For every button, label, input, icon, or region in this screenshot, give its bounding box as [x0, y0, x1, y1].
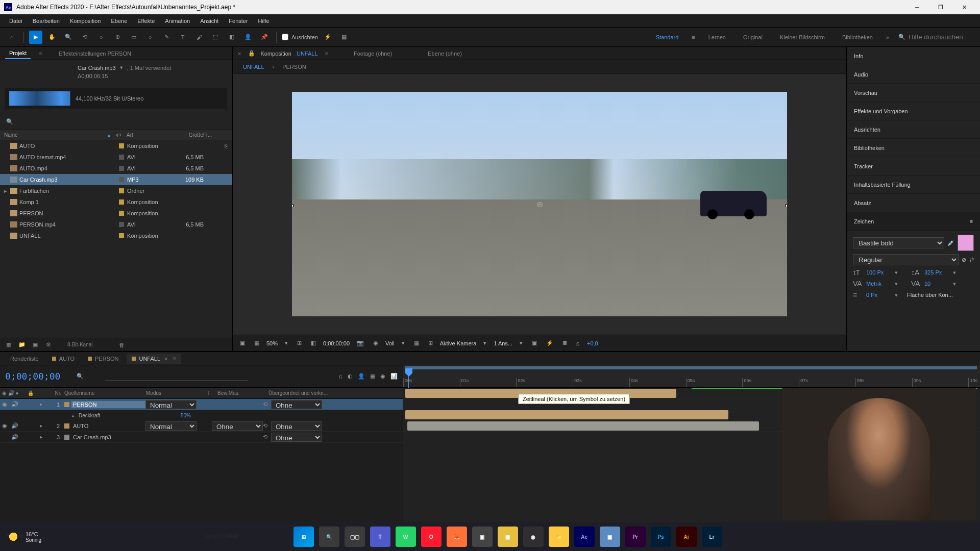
- viewer-timecode[interactable]: 0;00;00;00: [323, 340, 350, 346]
- asset-dropdown-icon[interactable]: ▾: [120, 64, 123, 71]
- bit-depth[interactable]: 8-Bit-Kanal: [67, 342, 92, 347]
- col-source-name[interactable]: Quellenname: [64, 390, 146, 396]
- comp-panel-menu-icon[interactable]: ≡: [325, 51, 328, 57]
- project-search-icon[interactable]: 🔍: [6, 118, 13, 125]
- task-view[interactable]: ▢▢: [345, 527, 365, 547]
- col-size[interactable]: Größe: [173, 132, 203, 138]
- timeline-tab-auto[interactable]: AUTO: [47, 354, 80, 364]
- panel-absatz[interactable]: Absatz: [847, 194, 980, 212]
- leading-value[interactable]: 325 Px: [924, 269, 950, 276]
- after-effects-app[interactable]: Ae: [574, 527, 595, 547]
- lightroom-app[interactable]: Lr: [702, 527, 722, 547]
- work-area-bar[interactable]: [405, 366, 977, 369]
- stroke-value[interactable]: 0 Px: [866, 292, 892, 298]
- col-type[interactable]: Art: [127, 132, 173, 138]
- delete-icon[interactable]: 🗑: [117, 340, 126, 349]
- menu-datei[interactable]: Datei: [4, 16, 28, 26]
- comp-tab-unfall[interactable]: UNFALL: [243, 64, 264, 70]
- brush-tool[interactable]: 🖌: [192, 31, 206, 44]
- menu-fenster[interactable]: Fenster: [224, 16, 253, 26]
- new-comp-icon[interactable]: ▣: [31, 340, 40, 349]
- comp-tab-person[interactable]: PERSON: [282, 64, 306, 70]
- explorer-app[interactable]: 📁: [549, 527, 569, 547]
- comp-header-name[interactable]: UNFALL: [297, 51, 318, 57]
- start-button[interactable]: ⊞: [293, 527, 314, 547]
- menu-komposition[interactable]: Komposition: [65, 16, 106, 26]
- font-family-select[interactable]: Bastile bold: [853, 237, 944, 248]
- project-panel-menu-icon[interactable]: ≡: [39, 51, 42, 57]
- firefox-app[interactable]: 🦊: [447, 527, 467, 547]
- channels-icon[interactable]: ◉: [371, 339, 380, 347]
- teams-app[interactable]: T: [370, 527, 390, 547]
- clone-tool[interactable]: ⬚: [209, 31, 222, 44]
- playhead[interactable]: [405, 368, 412, 377]
- taskbar-search[interactable]: 🔍: [319, 527, 339, 547]
- selection-tool[interactable]: ▶: [29, 31, 42, 44]
- exposure-value[interactable]: +0,0: [587, 340, 598, 346]
- workspace-original[interactable]: Original: [739, 32, 767, 42]
- time-ruler[interactable]: 00s01s02s03s04s05s06s07s08s09s10s: [403, 365, 980, 388]
- workspace-overflow-icon[interactable]: »: [886, 34, 889, 40]
- timeline-tab-unfall[interactable]: UNFALL×≡: [127, 354, 181, 364]
- grid-toggle-icon[interactable]: ▦: [412, 339, 421, 347]
- close-comp-icon[interactable]: ×: [238, 51, 241, 57]
- res-dropdown-icon[interactable]: ▾: [400, 339, 407, 347]
- menu-effekte[interactable]: Effekte: [132, 16, 160, 26]
- orbit-tool[interactable]: ⟲: [78, 31, 91, 44]
- col-label-icon[interactable]: 🏷: [116, 132, 127, 138]
- col-t[interactable]: T: [207, 390, 217, 396]
- project-item-farbfl-chen[interactable]: ▸ Farbflächen Ordner: [0, 185, 232, 196]
- camera-dropdown-icon[interactable]: ▾: [481, 339, 488, 347]
- project-item-person-mp4[interactable]: PERSON.mp4 AVI 6,5 MB: [0, 219, 232, 230]
- ellipse-tool[interactable]: ○: [143, 31, 157, 44]
- illustrator-app[interactable]: Ai: [676, 527, 697, 547]
- menu-animation[interactable]: Animation: [160, 16, 195, 26]
- project-tree[interactable]: AUTO Komposition ⎘ AUTO bremst.mp4 AVI 6…: [0, 140, 232, 338]
- eyedropper-icon[interactable]: 💉: [947, 240, 954, 246]
- panel-ausrichten[interactable]: Ausrichten: [847, 120, 980, 139]
- layer-property-opacity[interactable]: ⬥Deckkraft50%: [0, 410, 403, 420]
- comp-mini-flowchart-icon[interactable]: ⎌: [339, 373, 342, 380]
- project-item-auto-mp4[interactable]: AUTO.mp4 AVI 6,5 MB: [0, 163, 232, 174]
- swap-colors-icon[interactable]: ⇄: [969, 257, 974, 263]
- roto-tool[interactable]: 👤: [241, 31, 255, 44]
- obs-app[interactable]: ◉: [523, 527, 544, 547]
- menu-hilfe[interactable]: Hilfe: [253, 16, 275, 26]
- minimize-button[interactable]: ─: [905, 0, 929, 14]
- rotate-tool[interactable]: ○: [94, 31, 108, 44]
- panel-zeichen[interactable]: Zeichen≡: [847, 212, 980, 231]
- zoom-value[interactable]: 50%: [266, 340, 278, 346]
- motion-blur-icon[interactable]: ◉: [380, 373, 385, 380]
- graph-editor-icon[interactable]: 📊: [390, 373, 398, 380]
- guides-icon[interactable]: ⊞: [426, 339, 435, 347]
- weather-widget[interactable]: 16°C Sonnig: [6, 530, 41, 544]
- kerning-value[interactable]: Metrik: [866, 281, 892, 287]
- fast-preview-icon[interactable]: ⚡: [544, 339, 555, 347]
- workspace-kleiner[interactable]: Kleiner Bildschirm: [776, 32, 829, 42]
- fill-stroke-label[interactable]: Fläche über Kon...: [907, 292, 953, 298]
- project-item-komp-1[interactable]: Komp 1 Komposition: [0, 196, 232, 208]
- project-item-car-crash-mp3[interactable]: Car Crash.mp3 MP3 109 KB: [0, 174, 232, 185]
- project-tab[interactable]: Projekt: [5, 48, 31, 59]
- draft3d-icon[interactable]: ◐: [348, 373, 353, 380]
- col-mode[interactable]: Modus: [146, 390, 207, 396]
- zoom-tool[interactable]: 🔍: [62, 31, 75, 44]
- frame-blend-icon[interactable]: ▦: [370, 373, 375, 380]
- panel-bibliotheken[interactable]: Bibliotheken: [847, 139, 980, 157]
- views-dropdown-icon[interactable]: ▾: [518, 339, 525, 347]
- panel-content-aware[interactable]: Inhaltsbasierte Füllung: [847, 176, 980, 194]
- timeline-tab-person[interactable]: PERSON: [83, 354, 124, 364]
- transparency-grid-icon[interactable]: ▦: [252, 339, 261, 347]
- pen-tool[interactable]: ✎: [160, 31, 173, 44]
- photoshop-app[interactable]: Ps: [651, 527, 671, 547]
- col-bewmas[interactable]: Bew.Mas.: [217, 390, 268, 396]
- maximize-button[interactable]: ❐: [929, 0, 952, 14]
- panel-audio[interactable]: Audio: [847, 65, 980, 84]
- timeline-timecode[interactable]: 0;00;00;00: [5, 371, 60, 382]
- premiere-app[interactable]: Pr: [625, 527, 646, 547]
- col-framerate[interactable]: Fr...: [203, 132, 228, 138]
- always-preview-icon[interactable]: ▣: [238, 339, 247, 347]
- snap-checkbox[interactable]: [282, 34, 288, 40]
- lock-comp-icon[interactable]: 🔒: [248, 50, 255, 57]
- menu-ansicht[interactable]: Ansicht: [195, 16, 224, 26]
